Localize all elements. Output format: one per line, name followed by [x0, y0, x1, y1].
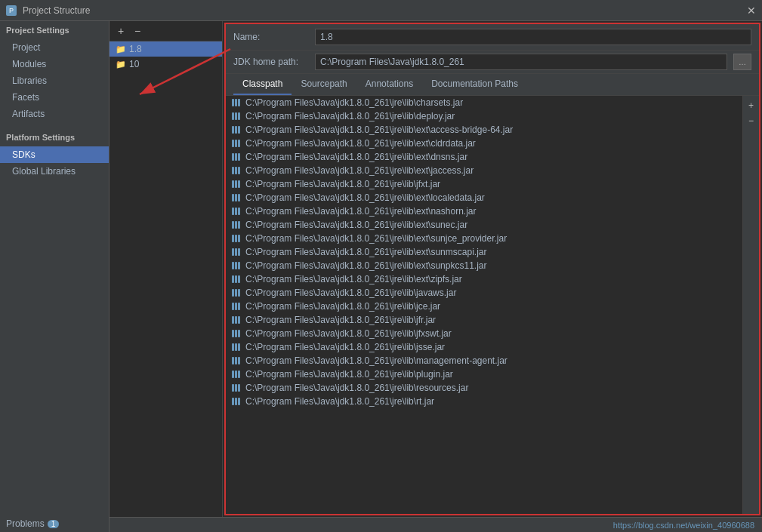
jar-icon: [232, 221, 240, 229]
bottom-bar: https://blog.csdn.net/weixin_40960688: [110, 517, 762, 532]
panels-row: + − 📁 1.8 📁 10 Name:: [110, 21, 762, 517]
close-button[interactable]: ✕: [747, 5, 756, 17]
classpath-item[interactable]: C:\Program Files\Java\jdk1.8.0_261\jre\l…: [226, 300, 742, 313]
classpath-item-text: C:\Program Files\Java\jdk1.8.0_261\jre\l…: [245, 165, 474, 176]
classpath-item-text: C:\Program Files\Java\jdk1.8.0_261\jre\l…: [245, 152, 467, 162]
main-layout: Project Settings Project Modules Librari…: [0, 21, 762, 532]
classpath-item[interactable]: C:\Program Files\Java\jdk1.8.0_261\jre\l…: [226, 245, 742, 259]
classpath-item-text: C:\Program Files\Java\jdk1.8.0_261\jre\l…: [245, 260, 486, 271]
jar-icon: [232, 343, 240, 351]
classpath-item-text: C:\Program Files\Java\jdk1.8.0_261\jre\l…: [245, 301, 440, 312]
classpath-item-text: C:\Program Files\Java\jdk1.8.0_261\jre\l…: [245, 274, 462, 284]
name-row: Name:: [226, 24, 759, 51]
sidebar-item-libraries[interactable]: Libraries: [0, 72, 109, 89]
classpath-item[interactable]: C:\Program Files\Java\jdk1.8.0_261\jre\l…: [226, 259, 742, 272]
classpath-item-text: C:\Program Files\Java\jdk1.8.0_261\jre\l…: [245, 247, 486, 257]
jdk-path-label: JDK home path:: [233, 57, 309, 67]
jar-icon: [232, 208, 240, 215]
sdk-item-label: 10: [129, 59, 139, 69]
jdk-path-input[interactable]: [315, 54, 727, 70]
classpath-item[interactable]: C:\Program Files\Java\jdk1.8.0_261\jre\l…: [226, 177, 742, 191]
jar-icon: [232, 289, 240, 297]
problems-item[interactable]: Problems 1: [0, 515, 109, 532]
jar-icon: [232, 167, 240, 174]
jar-icon: [232, 180, 240, 188]
classpath-item[interactable]: C:\Program Files\Java\jdk1.8.0_261\jre\l…: [226, 96, 742, 109]
sdk-list-panel: + − 📁 1.8 📁 10: [110, 21, 223, 517]
classpath-item[interactable]: C:\Program Files\Java\jdk1.8.0_261\jre\l…: [226, 272, 742, 286]
classpath-item[interactable]: C:\Program Files\Java\jdk1.8.0_261\jre\l…: [226, 286, 742, 300]
add-sdk-button[interactable]: +: [114, 24, 128, 38]
classpath-item[interactable]: C:\Program Files\Java\jdk1.8.0_261\jre\l…: [226, 204, 742, 218]
classpath-item[interactable]: C:\Program Files\Java\jdk1.8.0_261\jre\l…: [226, 164, 742, 177]
jar-icon: [232, 112, 240, 120]
classpath-item[interactable]: C:\Program Files\Java\jdk1.8.0_261\jre\l…: [226, 150, 742, 164]
tab-sourcepath[interactable]: Sourcepath: [292, 74, 356, 95]
jar-icon: [232, 235, 240, 242]
classpath-item[interactable]: C:\Program Files\Java\jdk1.8.0_261\jre\l…: [226, 354, 742, 367]
tab-doc-paths[interactable]: Documentation Paths: [422, 74, 527, 95]
tab-classpath[interactable]: Classpath: [233, 74, 292, 95]
folder-icon: 📁: [116, 60, 126, 69]
add-classpath-button[interactable]: +: [745, 99, 758, 112]
classpath-item[interactable]: C:\Program Files\Java\jdk1.8.0_261\jre\l…: [226, 109, 742, 123]
classpath-item-text: C:\Program Files\Java\jdk1.8.0_261\jre\l…: [245, 342, 445, 352]
classpath-item[interactable]: C:\Program Files\Java\jdk1.8.0_261\jre\l…: [226, 313, 742, 327]
sdk-item-10[interactable]: 📁 10: [110, 57, 222, 72]
folder-icon: 📁: [116, 45, 126, 54]
jar-icon: [232, 248, 240, 256]
classpath-list[interactable]: C:\Program Files\Java\jdk1.8.0_261\jre\l…: [226, 96, 742, 514]
name-input[interactable]: [315, 29, 751, 45]
sidebar-item-modules[interactable]: Modules: [0, 56, 109, 72]
sidebar-item-global-libraries[interactable]: Global Libraries: [0, 163, 109, 180]
classpath-item-text: C:\Program Files\Java\jdk1.8.0_261\jre\l…: [245, 315, 436, 325]
jar-icon: [232, 153, 240, 161]
jdk-browse-button[interactable]: …: [733, 54, 751, 70]
classpath-item-text: C:\Program Files\Java\jdk1.8.0_261\jre\l…: [245, 220, 467, 230]
app-icon: P: [6, 5, 17, 16]
sdk-toolbar: + −: [110, 21, 222, 42]
classpath-item-text: C:\Program Files\Java\jdk1.8.0_261\jre\l…: [245, 138, 476, 149]
classpath-item-text: C:\Program Files\Java\jdk1.8.0_261\jre\l…: [245, 97, 463, 108]
detail-panel: Name: JDK home path: … Classpath Sourcep…: [224, 23, 760, 515]
classpath-item-text: C:\Program Files\Java\jdk1.8.0_261\jre\l…: [245, 206, 476, 217]
classpath-item[interactable]: C:\Program Files\Java\jdk1.8.0_261\jre\l…: [226, 340, 742, 354]
sdk-item-label: 1.8: [129, 44, 142, 54]
tab-annotations[interactable]: Annotations: [356, 74, 422, 95]
classpath-item[interactable]: C:\Program Files\Java\jdk1.8.0_261\jre\l…: [226, 327, 742, 340]
jar-icon: [232, 384, 240, 392]
problems-badge: 1: [48, 520, 60, 528]
jar-icon: [232, 126, 240, 134]
sdk-item-1-8[interactable]: 📁 1.8: [110, 42, 222, 57]
sidebar-item-project[interactable]: Project: [0, 39, 109, 56]
classpath-item-text: C:\Program Files\Java\jdk1.8.0_261\jre\l…: [245, 179, 440, 189]
platform-settings-header: Platform Settings: [0, 128, 109, 146]
classpath-item-text: C:\Program Files\Java\jdk1.8.0_261\jre\l…: [245, 383, 468, 393]
classpath-item-text: C:\Program Files\Java\jdk1.8.0_261\jre\l…: [245, 111, 455, 121]
classpath-item-text: C:\Program Files\Java\jdk1.8.0_261\jre\l…: [245, 328, 452, 339]
sidebar-item-facets[interactable]: Facets: [0, 89, 109, 106]
jar-icon: [232, 357, 240, 364]
tabs-row: Classpath Sourcepath Annotations Documen…: [226, 74, 759, 96]
right-area: + − 📁 1.8 📁 10 Name:: [110, 21, 762, 532]
classpath-item[interactable]: C:\Program Files\Java\jdk1.8.0_261\jre\l…: [226, 381, 742, 395]
classpath-item[interactable]: C:\Program Files\Java\jdk1.8.0_261\jre\l…: [226, 395, 742, 408]
sidebar-item-artifacts[interactable]: Artifacts: [0, 106, 109, 122]
jdk-path-row: JDK home path: …: [226, 51, 759, 74]
sidebar-item-sdks[interactable]: SDKs: [0, 146, 109, 163]
remove-sdk-button[interactable]: −: [131, 24, 144, 38]
jar-icon: [232, 194, 240, 201]
classpath-item[interactable]: C:\Program Files\Java\jdk1.8.0_261\jre\l…: [226, 367, 742, 381]
sidebar-divider: [0, 122, 109, 128]
jar-icon: [232, 275, 240, 283]
classpath-item[interactable]: C:\Program Files\Java\jdk1.8.0_261\jre\l…: [226, 218, 742, 232]
classpath-item-text: C:\Program Files\Java\jdk1.8.0_261\jre\l…: [245, 288, 456, 298]
classpath-item[interactable]: C:\Program Files\Java\jdk1.8.0_261\jre\l…: [226, 137, 742, 150]
sidebar: Project Settings Project Modules Librari…: [0, 21, 110, 532]
title-bar-title: Project Structure: [23, 5, 90, 16]
classpath-item[interactable]: C:\Program Files\Java\jdk1.8.0_261\jre\l…: [226, 191, 742, 204]
remove-classpath-button[interactable]: −: [745, 114, 758, 128]
jar-icon: [232, 99, 240, 106]
classpath-item[interactable]: C:\Program Files\Java\jdk1.8.0_261\jre\l…: [226, 232, 742, 245]
classpath-item[interactable]: C:\Program Files\Java\jdk1.8.0_261\jre\l…: [226, 123, 742, 137]
